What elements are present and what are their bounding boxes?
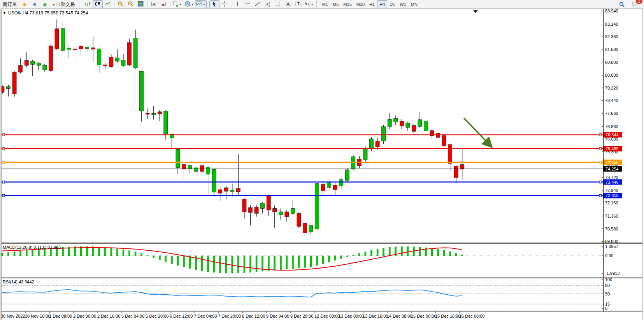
time-axis[interactable]: 30 Nov 202230 Nov 16:001 Dec 08:002 Dec … [1, 311, 484, 318]
candle-body [267, 195, 270, 210]
profile-next-button[interactable] [149, 0, 159, 8]
x-axis-label: 15 Dec 16:00 [435, 314, 460, 318]
text-label-button[interactable]: T [293, 0, 303, 8]
macd-bar [14, 252, 15, 256]
chart-template-button[interactable]: ▼ [195, 0, 207, 8]
macd-panel[interactable]: 1.05570.00-1.9913MACD(12,26,9) 0.1133 0.… [2, 244, 619, 276]
x-axis-label: 6 Dec 12:00 [170, 314, 193, 318]
search-icon[interactable] [617, 0, 627, 8]
data-window-button[interactable]: ☻ [30, 0, 40, 8]
cursor-icon [211, 1, 218, 8]
timeframe-m30[interactable]: M30 [354, 0, 367, 8]
line-handle[interactable] [599, 161, 602, 164]
arrows-icon [304, 1, 311, 8]
vertical-line-icon [234, 1, 240, 8]
line-chart-icon [105, 1, 111, 8]
macd-bar [165, 256, 167, 262]
timeframe-h1[interactable]: H1 [367, 0, 377, 8]
price-chart[interactable]: 83.94083.14082.36081.58080.80080.00079.2… [0, 9, 644, 320]
x-axis-label: 14 Dec 08:00 [387, 314, 412, 318]
candle-body [182, 165, 186, 169]
timeframe-d1[interactable]: D1 [387, 0, 397, 8]
chart-window[interactable]: ▼ USOil-,H4 73.619 75.656 73.545 74.254 … [0, 9, 644, 320]
market-history-button[interactable]: ◆ [19, 0, 30, 8]
window-left-border [0, 9, 2, 320]
x-axis-label: 8 Dec 12:00 [242, 314, 265, 318]
chevron-down-icon[interactable]: ▼ [191, 3, 194, 6]
chart-template-icon [196, 1, 202, 8]
candle-body [351, 157, 355, 169]
candle-body [376, 141, 379, 147]
notifications-icon[interactable]: 1 [630, 0, 640, 8]
hlines-layer[interactable] [2, 134, 603, 197]
signals-button[interactable]: ◉ [40, 0, 50, 8]
arrows-button[interactable]: ▼ [303, 0, 315, 8]
macd-axis-label: -1.9913 [605, 271, 619, 276]
chevron-down-icon[interactable]: ▼ [179, 3, 182, 6]
macd-bar [171, 256, 172, 264]
bar-chart-button[interactable] [82, 0, 93, 8]
line-handle[interactable] [599, 134, 602, 136]
candlestick-chart-button[interactable] [93, 0, 103, 8]
cursor-button[interactable] [209, 0, 219, 8]
rsi-panel[interactable]: 1008050150RSI(14) 43.9442 [2, 277, 612, 311]
y-axis-label: 72.160 [605, 200, 618, 205]
zoom-out-icon [128, 1, 134, 8]
text-button[interactable]: A [283, 0, 293, 8]
crosshair-button[interactable] [219, 0, 230, 8]
fibonacci-button[interactable]: E [263, 0, 273, 8]
candle-body [140, 71, 144, 111]
chevron-down-icon[interactable]: ▼ [203, 3, 205, 6]
line-chart-button[interactable] [103, 0, 113, 8]
new-order-button[interactable]: 新订单 [0, 0, 19, 8]
macd-bar [353, 255, 354, 256]
macd-bar [207, 256, 209, 272]
new-chart-button[interactable]: ▼ [172, 0, 183, 8]
grid-channel-button[interactable]: F [273, 0, 283, 8]
line-handle[interactable] [599, 194, 602, 197]
macd-bar [407, 246, 409, 256]
candle-body [321, 185, 325, 191]
timeframe-h4[interactable]: H4 [377, 0, 387, 8]
candle-body [31, 62, 35, 65]
autotrade-button[interactable]: ● 自动交易 [50, 0, 77, 8]
candle-body [224, 188, 228, 191]
macd-bar [383, 248, 384, 256]
line-handle[interactable] [599, 148, 602, 150]
chart-title-bar[interactable]: ▼ USOil-,H4 73.619 75.656 73.545 74.254 [3, 11, 88, 15]
zoom-in-button[interactable] [116, 0, 126, 8]
line-handle[interactable] [599, 181, 602, 183]
macd-bar [147, 256, 148, 256]
tile-windows-button[interactable] [136, 0, 146, 8]
y-axis-label: 81.580 [605, 47, 618, 52]
arrow-annotation[interactable] [464, 118, 492, 147]
chevron-down-icon[interactable]: ▼ [311, 3, 314, 6]
price-axis[interactable]: 83.94083.14082.36081.58080.80080.00079.2… [602, 9, 622, 311]
symbol-dropdown-icon[interactable]: ▼ [3, 11, 6, 15]
zoom-out-button[interactable] [126, 0, 136, 8]
timeframe-w1[interactable]: W1 [397, 0, 409, 8]
candle-body [188, 165, 192, 169]
timeframe-m1[interactable]: M1 [320, 0, 330, 8]
chart-shift-marker[interactable] [473, 10, 478, 13]
line-handle[interactable] [2, 161, 5, 164]
toolbar-chart-buttons: ▼▼▼EFAT▼ [82, 0, 315, 9]
chart-title-text: USOil-,H4 73.619 75.656 73.545 74.254 [8, 11, 88, 15]
timeframe-m15[interactable]: M15 [341, 0, 354, 8]
vertical-line-button[interactable] [232, 0, 242, 8]
macd-bar [431, 248, 433, 256]
candle-body [230, 190, 234, 192]
line-handle[interactable] [2, 134, 5, 136]
line-handle[interactable] [2, 148, 5, 150]
horizontal-line-button[interactable] [242, 0, 253, 8]
line-handle[interactable] [2, 194, 5, 197]
macd-bar [340, 256, 342, 258]
timeframe-m5[interactable]: M5 [330, 0, 341, 8]
profile-prev-button[interactable] [159, 0, 169, 8]
timeframe-mn[interactable]: MN [409, 0, 420, 8]
macd-bar [268, 256, 269, 271]
period-clock-button[interactable]: ▼ [183, 0, 195, 8]
line-handle[interactable] [2, 181, 5, 183]
candle-body [273, 209, 277, 212]
trendline-button[interactable] [253, 0, 263, 8]
